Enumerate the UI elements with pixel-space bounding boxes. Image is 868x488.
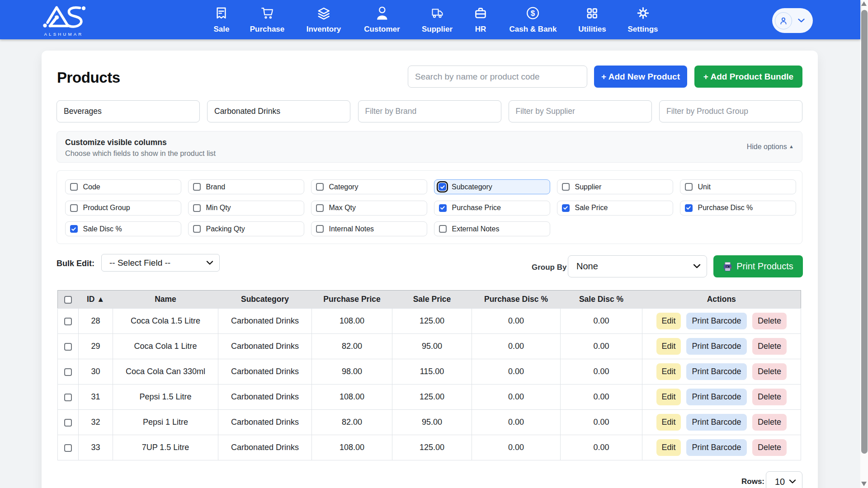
svg-text:ALSHUMAR: ALSHUMAR [44, 32, 84, 37]
svg-text:$: $ [531, 9, 535, 18]
